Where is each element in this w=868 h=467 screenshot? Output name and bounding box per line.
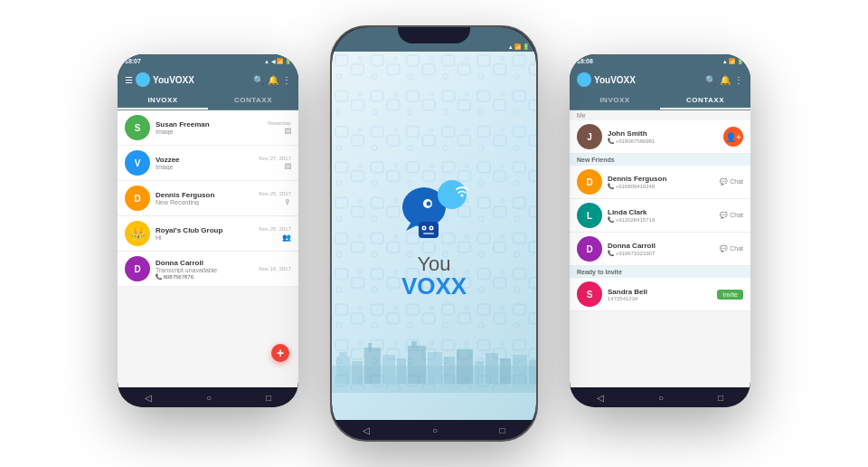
phone-right: 18:08 ▲ 📶 🔋 YouVOXX 🔍 🔔 ⋮ xyxy=(570,54,750,407)
speaker-icon-right[interactable]: 🔔 xyxy=(720,75,731,85)
tab-invoxx-right[interactable]: INVOXX xyxy=(570,92,660,110)
contact-name-donna-r: Donna Carroll xyxy=(608,242,714,250)
avatar-donna-r: D xyxy=(577,236,602,262)
svg-rect-29 xyxy=(444,357,455,384)
svg-rect-28 xyxy=(428,352,442,384)
svg-rect-31 xyxy=(475,361,484,384)
avatar-susan: S xyxy=(125,115,150,140)
add-contact-button[interactable]: 👤+ xyxy=(723,127,743,147)
contact-list-right: Me J John Smith 📞 +918067586981 👤+ New F… xyxy=(570,110,750,387)
svg-rect-23 xyxy=(368,343,372,352)
contact-phone-donna-r: 📞 +919673323307 xyxy=(608,250,714,256)
app-header-right: YouVOXX 🔍 🔔 ⋮ xyxy=(570,67,750,92)
contact-item-linda[interactable]: L Linda Clark 📞 +912028415719 💬 Chat xyxy=(570,199,750,233)
image-icon-susan: 🖼 xyxy=(284,128,291,136)
svg-rect-35 xyxy=(529,360,536,384)
svg-rect-26 xyxy=(408,346,426,384)
contact-item-donna-r[interactable]: D Donna Carroll 📞 +919673323307 💬 Chat xyxy=(570,233,750,266)
svg-point-15 xyxy=(423,227,425,229)
home-btn-center[interactable]: ○ xyxy=(432,425,438,435)
back-btn-right[interactable]: ◁ xyxy=(597,393,604,403)
svg-rect-24 xyxy=(382,355,395,384)
app-header-left: ☰ YouVOXX 🔍 🔔 ⋮ xyxy=(118,67,298,92)
recents-btn-center[interactable]: □ xyxy=(500,425,505,435)
svg-point-11 xyxy=(461,194,464,196)
app-logo-right xyxy=(577,72,591,87)
chat-btn-donna[interactable]: 💬 Chat xyxy=(720,245,743,253)
tab-bar-left: INVOXX CONTAXX xyxy=(118,92,298,110)
svg-rect-32 xyxy=(486,353,498,384)
chat-name-donna: Donna Carroll xyxy=(156,259,253,267)
more-icon-left[interactable]: ⋮ xyxy=(282,75,291,85)
invite-btn-sandra[interactable]: Invite xyxy=(717,290,743,300)
mic-icon-dennis: 🎙 xyxy=(284,198,291,206)
contact-phone-sandra: 1472541234 xyxy=(608,296,712,301)
chat-item-royals[interactable]: 👑 Royal's Club Group Hi Nov 25, 2017 👥 xyxy=(118,216,298,252)
back-btn-left[interactable]: ◁ xyxy=(145,393,152,403)
splash-voxx-text: VOXX xyxy=(401,274,467,298)
svg-rect-30 xyxy=(457,349,473,384)
chat-item-dennis[interactable]: D Dennis Ferguson New Recording Nov 25, … xyxy=(118,181,298,216)
status-bar-left: 18:07 ▲ ◀ 📶 🔋 xyxy=(118,54,298,67)
chat-preview-royals: Hi xyxy=(156,234,253,241)
recents-btn-right[interactable]: □ xyxy=(718,393,723,403)
chat-btn-linda[interactable]: 💬 Chat xyxy=(720,212,743,219)
me-label: Me xyxy=(570,110,750,120)
avatar-linda: L xyxy=(577,203,602,228)
svg-rect-17 xyxy=(423,233,434,234)
chat-item-susan[interactable]: S Susan Freeman Image Yesterday 🖼 xyxy=(118,110,298,146)
splash-you-text: You xyxy=(401,254,467,274)
avatar-dennis-r: D xyxy=(577,169,602,195)
svg-point-36 xyxy=(580,76,588,83)
tab-contaxx-left[interactable]: CONTAXX xyxy=(208,92,298,110)
contact-item-dennis-r[interactable]: D Dennis Ferguson 📞 +916809410248 💬 Chat xyxy=(570,166,750,199)
chat-item-vozzee[interactable]: V Vozzee Image Nov 27, 2017 🖼 xyxy=(118,146,298,181)
status-icons-right: ▲ 📶 🔋 xyxy=(722,58,743,64)
scene: 18:07 ▲ ◀ 📶 🔋 ☰ YouVOXX 🔍 🔔 ⋮ xyxy=(0,0,868,467)
time-left: 18:07 xyxy=(125,58,141,64)
hamburger-icon[interactable]: ☰ xyxy=(125,75,133,85)
chat-item-donna[interactable]: D Donna Carroll Transcript unavailable 📞… xyxy=(118,252,298,287)
contact-item-sandra[interactable]: S Sandra Bell 1472541234 Invite xyxy=(570,278,750,311)
avatar-royals: 👑 xyxy=(125,221,150,246)
svg-rect-21 xyxy=(352,361,363,384)
svg-rect-12 xyxy=(419,222,439,238)
svg-rect-22 xyxy=(364,348,381,384)
chat-name-susan: Susan Freeman xyxy=(156,120,262,129)
avatar-sandra: S xyxy=(577,281,602,307)
avatar-john: J xyxy=(577,124,602,149)
home-btn-left[interactable]: ○ xyxy=(206,393,212,403)
splash-logo: You VOXX xyxy=(393,175,475,298)
chat-preview-donna: Transcript unavailable xyxy=(156,267,253,273)
app-logo-left xyxy=(136,72,150,87)
chat-btn-dennis[interactable]: 💬 Chat xyxy=(720,178,743,186)
tab-invoxx-left[interactable]: INVOXX xyxy=(118,92,208,110)
more-icon-right[interactable]: ⋮ xyxy=(734,75,743,85)
svg-point-9 xyxy=(427,201,431,205)
status-icons-left: ▲ ◀ 📶 🔋 xyxy=(264,58,291,64)
bottom-nav-center: ◁ ○ □ xyxy=(332,420,536,440)
search-icon-right[interactable]: 🔍 xyxy=(705,75,716,85)
contact-phone-dennis-r: 📞 +916809410248 xyxy=(608,183,714,189)
chat-name-dennis: Dennis Ferguson xyxy=(156,191,253,199)
time-right: 18:08 xyxy=(577,58,593,64)
chat-preview-dennis: New Recording xyxy=(156,199,253,205)
tab-contaxx-right[interactable]: CONTAXX xyxy=(660,92,750,110)
splash-brand: You VOXX xyxy=(401,254,467,298)
phone-left: 18:07 ▲ ◀ 📶 🔋 ☰ YouVOXX 🔍 🔔 ⋮ xyxy=(118,54,298,407)
back-btn-center[interactable]: ◁ xyxy=(363,425,370,435)
bottom-nav-right: ◁ ○ □ xyxy=(570,387,750,407)
svg-rect-25 xyxy=(397,358,406,384)
search-icon-left[interactable]: 🔍 xyxy=(253,75,264,85)
recents-btn-left[interactable]: □ xyxy=(266,393,271,403)
fab-button-left[interactable]: + xyxy=(271,344,289,362)
section-ready-invite: Ready to Invite xyxy=(570,266,750,278)
speaker-icon-left[interactable]: 🔔 xyxy=(268,75,278,85)
contact-item-me[interactable]: J John Smith 📞 +918067586981 👤+ xyxy=(570,120,750,154)
section-new-friends: New Friends xyxy=(570,154,750,166)
contact-phone-linda: 📞 +912028415719 xyxy=(608,216,714,223)
home-btn-right[interactable]: ○ xyxy=(658,393,664,403)
svg-rect-33 xyxy=(500,358,511,384)
contact-name-dennis-r: Dennis Ferguson xyxy=(608,175,714,183)
chat-preview-vozzee: Image xyxy=(156,164,253,170)
